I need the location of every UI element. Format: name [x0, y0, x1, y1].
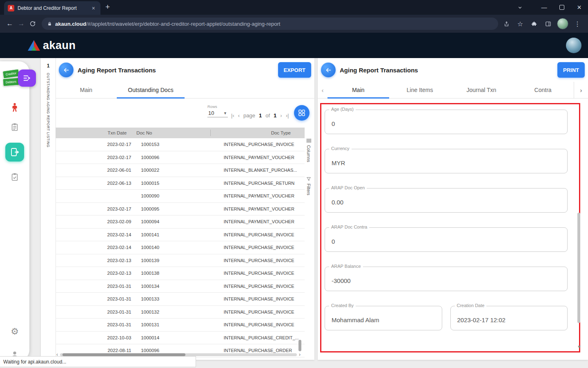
table-row[interactable]: 2022-10-03 1000014 INTERNAL_PURCHASE_CRE… [56, 332, 305, 345]
new-tab-button[interactable]: + [105, 2, 110, 15]
table-row[interactable]: 2023-02-14 1000141 INTERNAL_PURCHASE_INV… [56, 229, 305, 242]
form-field[interactable]: Age (Days) 0 [325, 110, 568, 134]
tab-line-items[interactable]: Line Items [389, 82, 451, 98]
tab-close-icon[interactable]: × [90, 4, 97, 12]
table-row[interactable]: 2022-06-01 1000022 INTERNAL_BLANKET_PURC… [56, 164, 305, 177]
prev-page-button[interactable]: ‹ [238, 112, 240, 119]
cell-doc-type: INTERNAL_PURCHASE_INVOICE [220, 258, 305, 263]
back-button[interactable] [321, 63, 336, 77]
form-field[interactable]: Created By Mohammad Alam [325, 306, 442, 330]
tab-journal-txn[interactable]: Journal Txn [451, 82, 512, 98]
back-button[interactable] [59, 63, 74, 77]
table-row[interactable]: 2023-02-17 1000095 INTERNAL_PAYMENT_VOUC… [56, 203, 305, 216]
table-row[interactable]: 1000090 INTERNAL_PAYMENT_VOUCHER [56, 190, 305, 203]
sidebar-item-red-app[interactable] [10, 102, 20, 112]
akaun-triangle-icon [28, 40, 40, 51]
table-row[interactable]: 2023-02-09 1000094 INTERNAL_PAYMENT_VOUC… [56, 215, 305, 229]
browser-menu-icon[interactable]: ⋮ [572, 19, 582, 29]
print-button[interactable]: PRINT [557, 62, 585, 78]
browser-profile-avatar[interactable] [557, 18, 568, 29]
form-footer-row: Created By Mohammad Alam Creation Date 2… [325, 306, 568, 330]
form-field[interactable]: Currency MYR [325, 149, 568, 173]
tab-main[interactable]: Main [56, 82, 117, 98]
table-row[interactable]: 2023-01-31 1000133 INTERNAL_PURCHASE_INV… [56, 293, 305, 306]
tabs-scroll-right-icon[interactable]: › [574, 82, 588, 98]
next-page-button[interactable]: › [280, 112, 282, 119]
col-doc-no[interactable]: Doc No [130, 130, 211, 136]
tabs-scroll-left-icon[interactable]: ‹ [318, 87, 327, 94]
cell-doc-type: INTERNAL_BLANKET_PURCHAS... [220, 168, 305, 173]
browser-tab[interactable]: A Debtor and Creditor Report × [4, 1, 100, 15]
cell-doc-type: INTERNAL_PURCHASE_RETURN [220, 181, 305, 186]
browser-forward-icon[interactable]: → [16, 18, 27, 29]
table-row[interactable]: 2023-01-31 1000132 INTERNAL_PURCHASE_INV… [56, 306, 305, 319]
form-field[interactable]: ARAP Doc Open 0.00 [325, 188, 568, 213]
col-doc-type[interactable]: Doc Type [211, 130, 305, 135]
table-row[interactable]: 2023-02-14 1000140 INTERNAL_PURCHASE_INV… [56, 241, 305, 254]
hscroll-thumb[interactable] [62, 353, 186, 356]
sidebar-item-report-doc[interactable] [10, 123, 19, 132]
detail-vertical-scrollbar[interactable] [577, 213, 580, 323]
col-txn-date[interactable]: Txn Date [56, 130, 130, 135]
form-field[interactable]: ARAP Doc Contra 0 [325, 227, 568, 252]
table-row[interactable]: 2023-02-13 1000138 INTERNAL_PURCHASE_INV… [56, 267, 305, 280]
field-label: Currency [329, 146, 352, 151]
minimize-button[interactable]: — [535, 0, 553, 15]
tab-main[interactable]: Main [327, 82, 389, 98]
side-panel-icon[interactable] [543, 19, 553, 29]
url-field[interactable]: akaun.cloud/#/applet/tnt/wavelet/erp/deb… [42, 18, 498, 30]
table-row[interactable]: 2023-02-13 1000139 INTERNAL_PURCHASE_INV… [56, 254, 305, 267]
sidebar-item-active-applet[interactable] [5, 143, 24, 162]
sidebar-item-settings[interactable]: ⚙ [11, 326, 19, 337]
widget-menu-button[interactable] [18, 70, 36, 87]
table-vertical-scrollbar[interactable] [298, 141, 301, 352]
grid-view-button[interactable] [294, 105, 310, 121]
form-field[interactable]: ARAP Balance -30000 [325, 267, 568, 291]
first-page-button[interactable]: |‹ [231, 112, 234, 119]
scroll-down-icon[interactable]: ▼ [577, 344, 581, 349]
columns-tool[interactable]: Columns [306, 138, 311, 162]
cell-doc-type: INTERNAL_PURCHASE_INVOICE [220, 271, 305, 276]
table-row[interactable]: 2023-01-31 1000134 INTERNAL_PURCHASE_INV… [56, 280, 305, 293]
left-panel-header: Aging Report Transactions EXPORT [56, 58, 314, 82]
url-path: /#/applet/tnt/wavelet/erp/debtor-and-cre… [86, 21, 281, 27]
tab-outstanding-docs[interactable]: Outstanding Docs [117, 82, 185, 98]
cell-doc-no: 1000140 [134, 245, 219, 250]
scroll-right-icon[interactable]: › [299, 352, 301, 357]
cell-doc-type: INTERNAL_PURCHASE_INVOICE [220, 142, 305, 147]
table-row[interactable]: 2022-06-13 1000015 INTERNAL_PURCHASE_RET… [56, 177, 305, 190]
field-label: Created By [329, 303, 356, 308]
cell-doc-type: INTERNAL_PURCHASE_INVOICE [220, 310, 305, 314]
extensions-puzzle-icon[interactable] [529, 19, 539, 29]
share-icon[interactable] [501, 19, 511, 29]
maximize-button[interactable] [553, 0, 570, 15]
close-button[interactable]: × [570, 0, 588, 15]
last-page-button[interactable]: ›| [286, 112, 289, 119]
filters-tool[interactable]: Filters [306, 177, 311, 195]
refresh-icon[interactable] [27, 18, 38, 29]
vscroll-thumb[interactable] [298, 340, 301, 351]
form-field[interactable]: Creation Date 2023-02-17 12:02 [450, 306, 568, 330]
tab-title: Debtor and Creditor Report [18, 5, 87, 11]
chevron-down-icon[interactable] [511, 0, 529, 15]
table-row[interactable]: 2023-02-17 1000096 INTERNAL_PAYMENT_VOUC… [56, 151, 305, 164]
arrow-left-icon [63, 67, 70, 74]
tab-contra[interactable]: Contra [512, 82, 574, 98]
floating-widget[interactable]: Creditor Debtors [0, 67, 39, 91]
table-row[interactable]: 2023-02-17 1000153 INTERNAL_PURCHASE_INV… [56, 138, 305, 151]
sidebar-item-listing-doc[interactable] [10, 173, 19, 182]
table-header: Txn Date Doc No Doc Type Descri [56, 128, 305, 138]
export-button[interactable]: EXPORT [278, 62, 311, 78]
user-avatar[interactable] [566, 38, 581, 53]
cell-txn-date: 2023-02-17 [56, 206, 134, 211]
browser-back-icon[interactable]: ← [4, 18, 16, 29]
hscroll-track[interactable] [60, 353, 297, 356]
rows-per-page-select[interactable]: Rows 10 ▼ [207, 104, 228, 117]
table-row[interactable]: 2023-01-31 1000131 INTERNAL_PURCHASE_INV… [56, 319, 305, 332]
bookmark-star-icon[interactable]: ☆ [515, 19, 525, 29]
cell-doc-type: INTERNAL_PAYMENT_VOUCHER [220, 155, 305, 160]
field-label: ARAP Balance [329, 264, 363, 269]
cell-doc-type: INTERNAL_PAYMENT_VOUCHER [220, 193, 305, 198]
vertical-tab-outstanding-aging[interactable]: 1 OUTSTANDING AGING REPORT LISTING [41, 58, 56, 365]
table-tools: Columns Filters [305, 138, 313, 195]
